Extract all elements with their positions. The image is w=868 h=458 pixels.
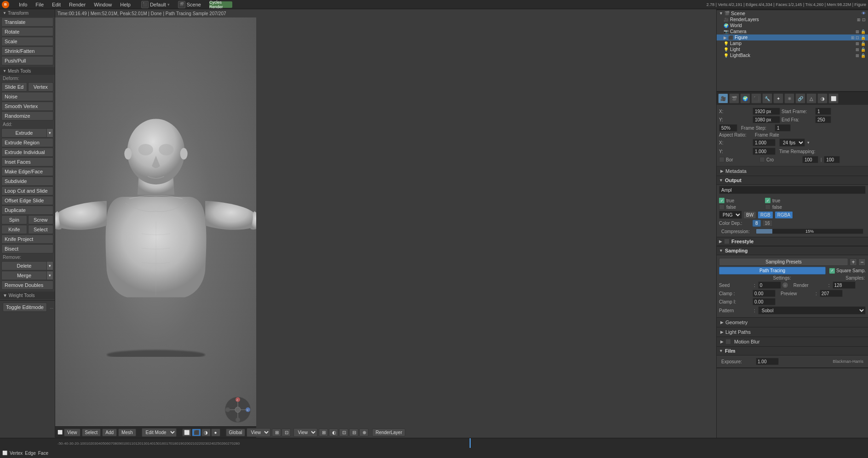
res-percent-input[interactable]	[719, 124, 737, 132]
texture-tab-btn[interactable]: ⬜	[828, 93, 839, 103]
fps-dropdown-arrow[interactable]: ▾	[807, 140, 810, 145]
clamp-i-input[interactable]	[753, 298, 776, 305]
snap-type[interactable]: ⊡	[282, 429, 291, 436]
constraints-tab-btn[interactable]: 🔗	[795, 93, 805, 103]
viewport-extra-2[interactable]: ◐	[329, 429, 338, 436]
viewport-add-btn[interactable]: Add	[102, 429, 117, 436]
film-header[interactable]: ▼ Film	[717, 347, 868, 355]
outliner-item-renderlayers[interactable]: 🎥 RenderLayers ⊞ ⊡	[717, 17, 868, 23]
motion-blur-section[interactable]: ▶ Motion Blur	[717, 337, 868, 347]
outliner-item-camera[interactable]: 📷 Camera ⊞ 🔒	[717, 29, 868, 34]
rgb-btn[interactable]: RGB	[758, 211, 773, 219]
color-depth-16-btn[interactable]: 16	[762, 220, 773, 227]
overwrite-cb[interactable]: ✓	[719, 198, 724, 203]
rotate-btn[interactable]: Rotate	[1, 27, 53, 36]
outliner-item-world[interactable]: 🌍 World	[717, 23, 868, 29]
file-ext-cb[interactable]: ✓	[765, 198, 770, 203]
frame-rate-select[interactable]: 24 fps	[779, 138, 805, 147]
outliner-item-light[interactable]: 💡 Light ⊞ 🔒	[717, 46, 868, 52]
mesh-tools-section-header[interactable]: ▼ Mesh Tools	[0, 67, 55, 75]
border-cb[interactable]	[719, 157, 724, 162]
knife-btn[interactable]: Knife	[1, 225, 27, 234]
viewport-3d[interactable]: Z X	[55, 9, 256, 437]
pivot-select[interactable]: View	[247, 428, 270, 437]
remove-doubles-btn[interactable]: Remove Doubles	[1, 281, 53, 290]
shrink-fatten-btn[interactable]: Shrink/Fatten	[1, 46, 53, 56]
bisect-btn[interactable]: Bisect	[1, 244, 53, 253]
motion-blur-cb[interactable]	[725, 339, 731, 344]
render-layer-display[interactable]: RenderLayer	[372, 429, 405, 436]
render-samples-input[interactable]	[833, 281, 856, 289]
sampling-remove-btn[interactable]: −	[858, 258, 866, 266]
screen-layout-icon[interactable]: ⬛	[141, 1, 149, 8]
viewport-mesh-btn[interactable]: Mesh	[118, 429, 136, 436]
output-path-input[interactable]	[719, 186, 866, 194]
randomize-btn[interactable]: Randomize	[1, 111, 53, 120]
viewport-extra-5[interactable]: ⊕	[359, 429, 368, 436]
delete-btn[interactable]: Delete	[1, 261, 47, 270]
seed-input[interactable]	[758, 281, 781, 289]
compression-bar[interactable]: 15%	[756, 229, 863, 234]
physics-tab-btn[interactable]: ⚛	[784, 93, 794, 103]
material-btn[interactable]: ◑	[201, 429, 211, 436]
render-tab-btn[interactable]: 🎥	[718, 93, 728, 103]
wireframe-btn[interactable]: ⬜	[182, 429, 191, 436]
res-x-input[interactable]	[753, 108, 780, 115]
solid-btn[interactable]: ⬛	[192, 429, 201, 436]
modifiers-tab-btn[interactable]: 🔧	[762, 93, 772, 103]
object-tab-btn[interactable]: ⬛	[751, 93, 761, 103]
vertex-btn[interactable]: Vertex	[28, 82, 54, 92]
freestyle-enable-cb[interactable]	[724, 239, 730, 244]
rendered-btn[interactable]: ●	[211, 429, 220, 436]
start-frame-input[interactable]	[815, 108, 831, 115]
spin-btn[interactable]: Spin	[1, 215, 27, 224]
outliner-item-lamp[interactable]: 💡 Lamp ⊞ 🔒	[717, 40, 868, 46]
noise-btn[interactable]: Noise	[1, 92, 53, 101]
res-y-input[interactable]	[753, 116, 780, 123]
aspect-x-input[interactable]	[753, 139, 776, 146]
scene-eye-icon[interactable]: 👁	[862, 11, 866, 16]
toggle-editmode-btn[interactable]: Toggle Editmode	[3, 303, 47, 312]
frame-step-input[interactable]	[775, 124, 791, 132]
viewport-extra-4[interactable]: ⊟	[349, 429, 358, 436]
sampling-add-btn[interactable]: +	[850, 258, 857, 266]
color-depth-8-btn[interactable]: 8	[753, 220, 761, 227]
light-vis-icons[interactable]: ⊞ 🔒	[856, 47, 866, 52]
scene-tab-btn[interactable]: 🎬	[729, 93, 739, 103]
outliner-item-scene[interactable]: ▼ 🎬 Scene 👁	[717, 10, 868, 17]
end-frame-input[interactable]	[815, 116, 831, 123]
viewport-select-btn[interactable]: Select	[82, 429, 101, 436]
sampling-header[interactable]: ▼ Sampling	[717, 246, 868, 255]
merge-btn[interactable]: Merge	[1, 271, 47, 280]
exposure-input[interactable]	[756, 358, 779, 365]
make-edge-face-btn[interactable]: Make Edge/Face	[1, 167, 53, 176]
loop-cut-btn[interactable]: Loop Cut and Slide	[1, 186, 53, 195]
cache-result-cb[interactable]	[765, 204, 770, 210]
subdivide-btn[interactable]: Subdivide	[1, 177, 53, 186]
crop-cb[interactable]	[759, 157, 765, 162]
menu-edit[interactable]: Edit	[50, 1, 63, 8]
pattern-select[interactable]: Sobol	[758, 306, 866, 315]
geometry-section[interactable]: ▶ Geometry	[717, 318, 868, 327]
seed-dial[interactable]: ○	[782, 282, 788, 288]
square-samples-cb[interactable]: ✓	[829, 268, 835, 274]
extrude-region-btn[interactable]: Extrude Region	[1, 138, 53, 147]
delete-dropdown-arrow[interactable]: ▾	[47, 261, 53, 270]
bw-btn[interactable]: BW	[743, 211, 756, 219]
timeline-ruler[interactable]: -50 -40 -30 -20 -10 0 10 20 30 40 50 60 …	[55, 438, 716, 448]
camera-vis-icons[interactable]: ⊞ 🔒	[856, 29, 866, 34]
freestyle-header[interactable]: ▶ Freestyle	[717, 237, 868, 246]
merge-dropdown-arrow[interactable]: ▾	[47, 271, 53, 280]
slide-edge-btn[interactable]: Slide Ed	[1, 82, 27, 92]
screw-btn[interactable]: Screw	[28, 215, 54, 224]
menu-window[interactable]: Window	[92, 1, 114, 8]
duplicate-btn[interactable]: Duplicate	[1, 206, 53, 215]
menu-file[interactable]: File	[33, 1, 46, 8]
view-select[interactable]: View	[293, 428, 317, 437]
menu-info[interactable]: Info	[17, 1, 29, 8]
particles-tab-btn[interactable]: ✦	[773, 93, 783, 103]
merge-dropdown[interactable]: Merge ▾	[1, 271, 53, 280]
sampling-presets-btn[interactable]: Sampling Presets	[719, 258, 848, 266]
knife-project-btn[interactable]: Knife Project	[1, 235, 53, 244]
renderlayers-icons[interactable]: ⊞ ⊡	[857, 17, 866, 22]
